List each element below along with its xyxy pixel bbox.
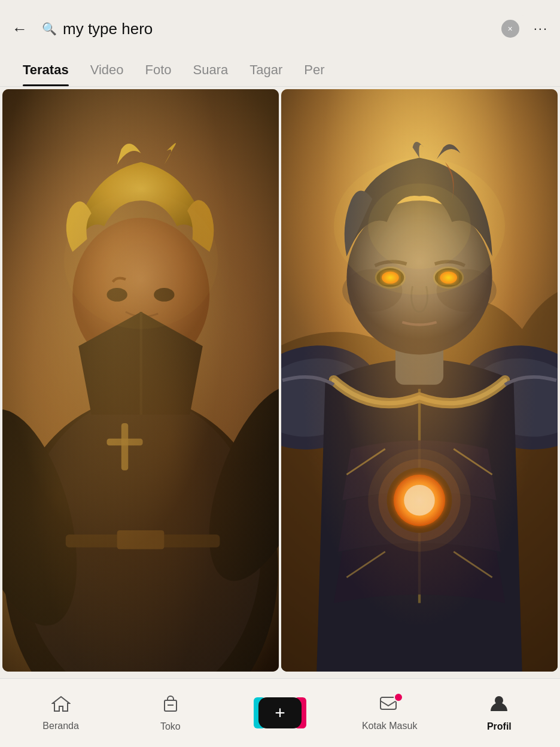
- svg-point-38: [433, 266, 464, 289]
- nav-create[interactable]: +: [250, 697, 310, 728]
- svg-point-37: [375, 266, 406, 289]
- svg-rect-9: [117, 530, 165, 549]
- svg-point-36: [440, 272, 457, 284]
- bottom-nav: Beranda Toko + Kotak M: [0, 678, 560, 747]
- shop-label: Toko: [160, 721, 181, 732]
- svg-point-18: [450, 335, 558, 460]
- svg-point-10: [72, 218, 209, 372]
- svg-point-2: [4, 397, 278, 672]
- more-options-button[interactable]: ···: [534, 21, 548, 37]
- tab-foto[interactable]: Foto: [135, 54, 182, 86]
- svg-point-12: [154, 288, 174, 302]
- svg-point-20: [387, 467, 452, 533]
- svg-point-19: [465, 350, 558, 445]
- svg-rect-14: [281, 89, 558, 672]
- nav-home[interactable]: Beranda: [31, 695, 91, 731]
- search-bar: 🔍 my type hero ×: [35, 15, 526, 43]
- svg-rect-0: [2, 89, 279, 672]
- svg-point-30: [346, 201, 492, 355]
- create-button[interactable]: +: [258, 697, 302, 728]
- nav-profile[interactable]: Profil: [469, 694, 529, 732]
- search-icon: 🔍: [42, 22, 57, 36]
- svg-point-5: [187, 372, 279, 594]
- svg-point-39: [334, 157, 505, 294]
- inbox-badge-dot: [394, 693, 403, 702]
- svg-point-3: [21, 397, 261, 672]
- clear-search-button[interactable]: ×: [501, 20, 519, 38]
- svg-point-16: [281, 335, 389, 460]
- svg-line-26: [454, 449, 492, 475]
- svg-rect-6: [121, 423, 128, 470]
- shop-icon: [161, 694, 180, 718]
- tab-video[interactable]: Video: [80, 54, 135, 86]
- svg-point-35: [382, 272, 399, 284]
- svg-rect-7: [106, 439, 142, 445]
- svg-rect-29: [395, 333, 443, 385]
- search-query[interactable]: my type hero: [63, 20, 495, 38]
- svg-point-33: [376, 268, 404, 287]
- svg-point-13: [64, 192, 218, 329]
- tab-per[interactable]: Per: [293, 54, 335, 86]
- svg-point-31: [342, 269, 402, 312]
- svg-point-17: [281, 350, 374, 445]
- profile-label: Profil: [487, 721, 512, 732]
- svg-point-4: [2, 397, 97, 637]
- svg-point-23: [378, 459, 460, 541]
- inbox-label: Kotak Masuk: [362, 721, 417, 731]
- svg-line-27: [346, 552, 385, 578]
- plus-bg: +: [258, 697, 302, 728]
- tab-suara[interactable]: Suara: [182, 54, 239, 86]
- nav-shop[interactable]: Toko: [141, 694, 200, 732]
- svg-point-24: [368, 449, 471, 552]
- tabs-bar: Teratas Video Foto Suara Tagar Per: [0, 54, 560, 87]
- svg-line-28: [454, 552, 492, 578]
- svg-point-21: [394, 475, 445, 526]
- content-grid: [0, 87, 560, 674]
- tab-teratas[interactable]: Teratas: [12, 54, 80, 86]
- tab-tagar[interactable]: Tagar: [239, 54, 293, 86]
- home-icon: [51, 695, 71, 717]
- svg-point-34: [435, 268, 462, 287]
- video-card-right[interactable]: [281, 89, 558, 672]
- header: ← 🔍 my type hero × ···: [0, 0, 560, 54]
- inbox-icon: [379, 695, 400, 717]
- close-icon: ×: [508, 24, 513, 34]
- video-card-left[interactable]: [2, 89, 279, 672]
- svg-point-11: [106, 288, 127, 302]
- plus-icon: +: [275, 703, 285, 723]
- svg-point-40: [368, 183, 471, 269]
- svg-rect-1: [2, 89, 279, 672]
- svg-line-25: [346, 449, 385, 475]
- svg-rect-15: [281, 89, 558, 672]
- svg-point-32: [437, 269, 497, 312]
- nav-inbox[interactable]: Kotak Masuk: [360, 695, 419, 731]
- back-button[interactable]: ←: [12, 20, 28, 38]
- svg-rect-8: [66, 535, 220, 547]
- svg-point-22: [404, 485, 435, 516]
- home-label: Beranda: [42, 721, 79, 731]
- profile-icon: [489, 694, 509, 718]
